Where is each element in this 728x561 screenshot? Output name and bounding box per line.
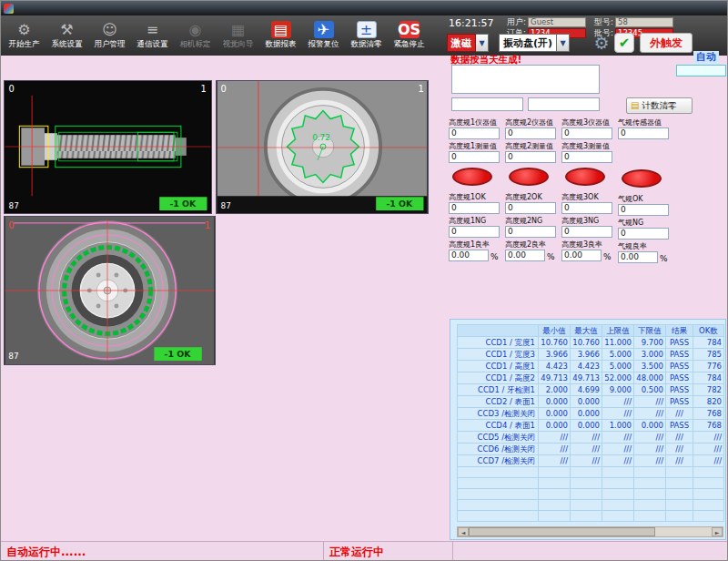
table-row[interactable]: CCD6 /检测关闭//////////////////	[458, 444, 724, 455]
gauge-label: 高度规3测量值	[561, 141, 616, 151]
scrollbar-thumb[interactable]	[469, 527, 655, 536]
empty-cell	[693, 500, 724, 511]
status-led	[565, 168, 605, 186]
table-row[interactable]: CCD7 /检测关闭//////////////////	[458, 455, 724, 467]
toolbar-button-vision-wizard[interactable]: ▦视觉向导	[217, 15, 259, 56]
toolbar-button-user-management[interactable]: ☺用户管理	[88, 15, 131, 56]
gauge-label: 气规传感器值	[618, 117, 672, 128]
start-production-icon: ⚙	[15, 21, 35, 38]
toolbar-button-comm-settings[interactable]: ≡通信设置	[131, 15, 174, 56]
table-row[interactable]: CCD1 / 高度249.71349.71352.00048.000PASS78…	[458, 372, 724, 384]
cell: 784	[693, 372, 724, 384]
gauge-value-field[interactable]: 0	[561, 202, 612, 214]
gauge-value-field[interactable]: 0	[561, 128, 612, 139]
chevron-down-icon[interactable]: ▼	[557, 34, 570, 52]
model-value-field[interactable]: 58	[615, 17, 673, 27]
cell: 5.000	[602, 361, 634, 372]
vibration-combobox[interactable]: 振动盘(开) ▼	[499, 34, 570, 52]
cell: ///	[666, 455, 693, 467]
camera-1-image: 0 1 87 -1 OK	[5, 81, 211, 213]
external-trigger-button[interactable]: 外触发	[640, 33, 693, 53]
user-value-field[interactable]: Guest	[528, 17, 586, 27]
gauge-label: 高度规1NG	[449, 216, 503, 226]
toolbar-button-label: 通信设置	[137, 39, 168, 50]
gauge-value-field[interactable]: 0.00	[449, 250, 489, 261]
empty-cell	[666, 500, 693, 511]
table-row[interactable]: CCD1 / 宽度110.76010.76011.0009.700PASS784	[458, 337, 724, 349]
gauge-columns: 高度规1仪器值0高度规1测量值0高度规1OK0高度规1NG0高度规1良率0.00…	[449, 117, 672, 265]
gauge-value-field[interactable]: 0	[618, 128, 669, 139]
table-row[interactable]: CCD5 /检测关闭//////////////////	[458, 432, 724, 444]
status-auto-running: 自动运行中......	[1, 542, 324, 561]
message-textbox[interactable]	[451, 65, 600, 94]
gauge-value-field[interactable]: 0	[505, 202, 556, 214]
gauge-value-field[interactable]: 0	[561, 226, 612, 238]
toolbar-button-camera-calibration[interactable]: ◉相机标定	[174, 15, 217, 56]
clock: 16:21:57	[449, 17, 493, 29]
gauge-label: 高度规3OK	[561, 192, 616, 202]
gauge-value-field[interactable]: 0.00	[561, 250, 602, 261]
mini-input-field[interactable]	[676, 65, 726, 76]
gauge-value-field[interactable]: 0	[449, 202, 500, 214]
confirm-button[interactable]: ✔	[614, 33, 634, 53]
app-icon	[4, 4, 14, 14]
toolbar-button-alarm-reset[interactable]: ✈报警复位	[302, 15, 345, 56]
excite-combobox[interactable]: 激磁 ▼	[447, 34, 489, 52]
settings-gear-button[interactable]: ⚙	[592, 33, 612, 53]
gauge-value-field[interactable]: 0	[618, 204, 669, 216]
aux-textbox-2[interactable]	[528, 97, 600, 111]
gauge-column-4: 气规传感器值0气规OK0气规NG0气规良率0.00%	[618, 117, 672, 265]
gauge-value-field[interactable]: 0	[449, 226, 500, 238]
cell: 0.000	[571, 408, 602, 420]
cell: 0.000	[634, 420, 666, 432]
empty-row	[458, 489, 724, 500]
toolbar-buttons: ⚙开始生产⚒系统设置☺用户管理≡通信设置◉相机标定▦视觉向导▤数据报表✈报警复位…	[3, 15, 430, 56]
scrollbar-track[interactable]	[655, 527, 712, 536]
gauge-value-field[interactable]: 0	[505, 151, 556, 163]
row-label: CCD7 /检测关闭	[458, 455, 539, 467]
scroll-left-icon[interactable]: ◄	[458, 527, 469, 536]
chevron-down-icon[interactable]: ▼	[476, 34, 489, 52]
toolbar-button-data-clear[interactable]: ±数据清零	[345, 15, 388, 56]
empty-cell	[602, 489, 634, 500]
table-row[interactable]: CCD1 / 高度14.4234.4235.0003.500PASS776	[458, 361, 724, 372]
toolbar-button-system-settings[interactable]: ⚒系统设置	[46, 15, 88, 56]
gauge-value-field[interactable]: 0	[561, 151, 612, 163]
count-clear-button[interactable]: ▤ 计数清零	[626, 97, 693, 114]
cell: 9.700	[634, 337, 666, 349]
comm-settings-icon: ≡	[143, 21, 163, 38]
toolbar-button-start-production[interactable]: ⚙开始生产	[3, 15, 46, 56]
table-row[interactable]: CCD1 / 牙检测12.0004.6999.0000.500PASS782	[458, 384, 724, 396]
cell: ///	[666, 432, 693, 444]
notepad-icon: ▤	[631, 101, 639, 110]
gear-icon: ⚙	[593, 33, 609, 53]
aux-textbox-1[interactable]	[451, 97, 523, 111]
empty-cell	[539, 489, 571, 500]
cell: 10.760	[571, 337, 602, 349]
cell: ///	[693, 432, 724, 444]
horizontal-scrollbar[interactable]: ◄ ►	[457, 526, 723, 537]
cell: ///	[539, 432, 571, 444]
gauge-value-field[interactable]: 0.00	[618, 251, 658, 263]
scroll-right-icon[interactable]: ►	[712, 527, 723, 536]
cell: ///	[634, 432, 666, 444]
gauge-value-field[interactable]: 0.00	[505, 250, 545, 261]
gauge-value-field[interactable]: 0	[449, 151, 500, 163]
gauge-value-field[interactable]: 0	[505, 128, 556, 139]
toolbar-button-emergency-stop[interactable]: OS紧急停止	[388, 15, 430, 56]
table-row[interactable]: CCD3 /检测关闭0.0000.000/////////768	[458, 408, 724, 420]
status-normal-running: 正常运行中	[324, 542, 453, 561]
toolbar-button-label: 视觉向导	[223, 39, 254, 50]
empty-cell	[693, 478, 724, 489]
gauge-value-field[interactable]: 0	[618, 228, 669, 240]
cell: 0.000	[539, 396, 571, 408]
empty-cell	[602, 500, 634, 511]
table-row[interactable]: CCD2 / 表面10.0000.000//////PASS820	[458, 396, 724, 408]
table-row[interactable]: CCD1 / 宽度33.9663.9665.0003.000PASS785	[458, 349, 724, 361]
toolbar-button-data-report[interactable]: ▤数据报表	[259, 15, 302, 56]
camera-view-2: 0.72 0 1 87 -1 OK	[216, 80, 429, 214]
table-row[interactable]: CCD4 / 表面10.0000.0001.0000.000PASS768	[458, 420, 724, 432]
corner-index-left: 0	[221, 84, 227, 94]
gauge-value-field[interactable]: 0	[505, 226, 556, 238]
gauge-value-field[interactable]: 0	[449, 128, 500, 139]
